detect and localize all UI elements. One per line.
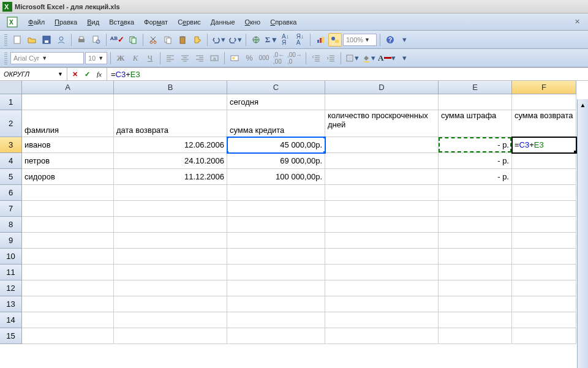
cell[interactable] xyxy=(325,265,439,280)
bold-icon[interactable]: Ж xyxy=(114,51,127,65)
row-header-1[interactable]: 1 xyxy=(0,94,22,110)
vertical-scrollbar[interactable]: ▲ xyxy=(577,99,588,368)
toolbar-options-icon[interactable]: ▾ xyxy=(398,51,411,65)
row-header-7[interactable]: 7 xyxy=(0,201,22,217)
cell[interactable] xyxy=(512,249,576,265)
cell-D3[interactable] xyxy=(325,137,439,153)
increase-decimal-icon[interactable]: ,0←,00 xyxy=(272,51,285,65)
cell[interactable] xyxy=(114,312,227,328)
cell[interactable] xyxy=(512,296,576,312)
cell[interactable] xyxy=(439,201,512,217)
row-header-5[interactable]: 5 xyxy=(0,169,22,185)
hyperlink-icon[interactable] xyxy=(249,33,263,47)
currency-icon[interactable] xyxy=(228,51,241,65)
underline-icon[interactable]: Ч xyxy=(143,51,157,65)
cell-A5[interactable]: сидоров xyxy=(22,169,114,185)
cell[interactable] xyxy=(439,233,512,249)
cell[interactable] xyxy=(439,280,512,296)
cell[interactable] xyxy=(114,296,227,312)
cell[interactable] xyxy=(227,265,325,280)
col-header-E[interactable]: E xyxy=(439,81,512,94)
cells-area[interactable]: сегодня фамилия дата возврата сумма кред… xyxy=(22,94,576,344)
col-header-C[interactable]: C xyxy=(227,81,325,94)
row-header-14[interactable]: 14 xyxy=(0,312,22,328)
toolbar-grip[interactable] xyxy=(4,52,7,64)
menu-format[interactable]: Формат xyxy=(139,17,173,28)
cell[interactable] xyxy=(439,312,512,328)
paste-icon[interactable] xyxy=(176,33,189,47)
cell[interactable] xyxy=(325,280,439,296)
cell-E3[interactable]: - р. xyxy=(439,137,512,153)
cell-C2[interactable]: сумма кредита xyxy=(227,110,325,137)
cell[interactable] xyxy=(325,249,439,265)
cell[interactable] xyxy=(114,233,227,249)
cell[interactable] xyxy=(22,185,114,201)
select-all-corner[interactable] xyxy=(0,81,22,94)
row-header-12[interactable]: 12 xyxy=(0,280,22,296)
row-header-4[interactable]: 4 xyxy=(0,153,22,169)
cell[interactable] xyxy=(227,280,325,296)
undo-icon[interactable]: ▾ xyxy=(211,33,226,47)
name-box[interactable]: ОКРУГЛ ▼ xyxy=(0,68,67,80)
autosum-icon[interactable]: Σ ▾ xyxy=(264,33,277,47)
cell[interactable] xyxy=(439,249,512,265)
cell[interactable] xyxy=(22,328,114,344)
row-header-15[interactable]: 15 xyxy=(0,328,22,344)
cell[interactable] xyxy=(512,217,576,233)
cell-A4[interactable]: петров xyxy=(22,153,114,169)
cell[interactable] xyxy=(439,328,512,344)
accept-formula-icon[interactable]: ✓ xyxy=(82,70,92,78)
menu-insert[interactable]: Вставка xyxy=(104,17,139,28)
toolbar-options-icon[interactable]: ▾ xyxy=(398,33,412,47)
cell[interactable] xyxy=(227,233,325,249)
decrease-indent-icon[interactable] xyxy=(309,51,323,65)
spellcheck-icon[interactable]: ᴬᴮ✓ xyxy=(110,33,125,47)
cell[interactable] xyxy=(325,296,439,312)
menu-data[interactable]: Данные xyxy=(206,17,240,28)
formula-input[interactable]: =C3+E3 xyxy=(107,68,588,80)
cell-D2[interactable]: количество проскроченных дней xyxy=(325,110,439,137)
cell-C4[interactable]: 69 000,00р. xyxy=(227,153,325,169)
cell[interactable] xyxy=(114,249,227,265)
cell[interactable] xyxy=(227,185,325,201)
drawing-toolbar-icon[interactable] xyxy=(328,33,342,47)
cell-B5[interactable]: 11.12.2006 xyxy=(114,169,227,185)
cell-E2[interactable]: сумма штрафа xyxy=(439,110,512,137)
align-left-icon[interactable] xyxy=(164,51,177,65)
cell[interactable] xyxy=(22,312,114,328)
cell-B1[interactable] xyxy=(114,94,227,110)
cell[interactable] xyxy=(114,201,227,217)
cell-A3[interactable]: иванов xyxy=(22,137,114,153)
cell-F5[interactable] xyxy=(512,169,576,185)
percent-icon[interactable]: % xyxy=(243,51,256,65)
chevron-down-icon[interactable]: ▼ xyxy=(58,71,63,77)
col-header-B[interactable]: B xyxy=(114,81,227,94)
menu-file[interactable]: Файл xyxy=(23,17,50,28)
cell-F3-active[interactable]: =C3+E3 xyxy=(512,137,576,153)
print-preview-icon[interactable] xyxy=(89,33,103,47)
cell-F4[interactable] xyxy=(512,153,576,169)
close-workbook-icon[interactable]: ✕ xyxy=(572,17,582,27)
cell[interactable] xyxy=(227,296,325,312)
cell[interactable] xyxy=(512,265,576,280)
row-header-2[interactable]: 2 xyxy=(0,110,22,137)
fill-color-icon[interactable]: ▾ xyxy=(361,51,376,65)
sort-desc-icon[interactable]: Я↓А xyxy=(293,33,307,47)
cell[interactable] xyxy=(439,217,512,233)
help-icon[interactable]: ? xyxy=(383,33,397,47)
cell[interactable] xyxy=(114,217,227,233)
align-right-icon[interactable] xyxy=(193,51,206,65)
cell[interactable] xyxy=(22,217,114,233)
cell[interactable] xyxy=(512,185,576,201)
align-center-icon[interactable] xyxy=(178,51,192,65)
decrease-decimal-icon[interactable]: ,00→,0 xyxy=(287,51,303,65)
cell[interactable] xyxy=(114,265,227,280)
cell[interactable] xyxy=(227,328,325,344)
save-icon[interactable] xyxy=(40,33,53,47)
cell[interactable] xyxy=(439,296,512,312)
cut-icon[interactable] xyxy=(146,33,160,47)
cell[interactable] xyxy=(439,185,512,201)
cell[interactable] xyxy=(325,201,439,217)
cell[interactable] xyxy=(22,249,114,265)
cancel-formula-icon[interactable]: ✕ xyxy=(70,70,80,78)
